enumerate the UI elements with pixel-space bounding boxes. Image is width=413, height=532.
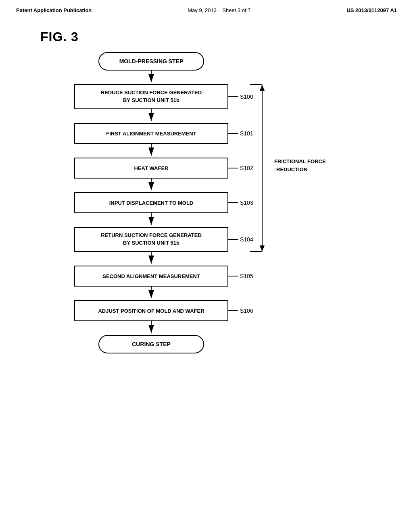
start-box-label: MOLD-PRESSING STEP xyxy=(119,58,184,64)
figure-title: FIG. 3 xyxy=(40,29,413,44)
header-sheet: Sheet 3 of 7 xyxy=(222,7,250,13)
step-s104-box xyxy=(75,227,228,251)
frictional-label-line1: FRICTIONAL FORCE xyxy=(274,158,326,164)
bracket-arrow-up xyxy=(260,85,265,91)
header-publication: Patent Application Publication xyxy=(16,7,92,13)
s105-label: S105 xyxy=(240,273,253,279)
bracket-arrow-down xyxy=(260,245,265,251)
step-s100-box xyxy=(75,85,228,109)
step-s104-line2: BY SUCTION UNIT 51b xyxy=(123,240,179,246)
step-s100-line1: REDUCE SUCTION FORCE GENERATED xyxy=(101,89,202,96)
s102-label: S102 xyxy=(240,165,253,171)
s106-label: S106 xyxy=(240,308,253,314)
step-s101-label: FIRST ALIGNMENT MEASUREMENT xyxy=(106,131,196,137)
step-s102-label: HEAT WAFER xyxy=(134,165,169,171)
header-date: May 9, 2013 xyxy=(188,7,217,13)
s100-label: S100 xyxy=(240,94,253,100)
step-s106-label: ADJUST POSITION OF MOLD AND WAFER xyxy=(98,308,204,314)
step-s100-line2: BY SUCTION UNIT 51b xyxy=(123,97,179,103)
frictional-label-line2: REDUCTION xyxy=(276,166,307,172)
step-s103-label: INPUT DISPLACEMENT TO MOLD xyxy=(109,200,193,206)
page-header: Patent Application Publication May 9, 20… xyxy=(0,0,413,17)
s103-label: S103 xyxy=(240,200,253,206)
header-patent-number: US 2013/0112097 A1 xyxy=(346,7,397,13)
end-box-label: CURING STEP xyxy=(132,341,171,347)
step-s105-label: SECOND ALIGNMENT MEASUREMENT xyxy=(102,273,200,279)
step-s104-line1: RETURN SUCTION FORCE GENERATED xyxy=(101,232,202,238)
s104-label: S104 xyxy=(240,236,253,243)
s101-label: S101 xyxy=(240,130,253,137)
header-date-sheet: May 9, 2013 Sheet 3 of 7 xyxy=(188,7,250,13)
